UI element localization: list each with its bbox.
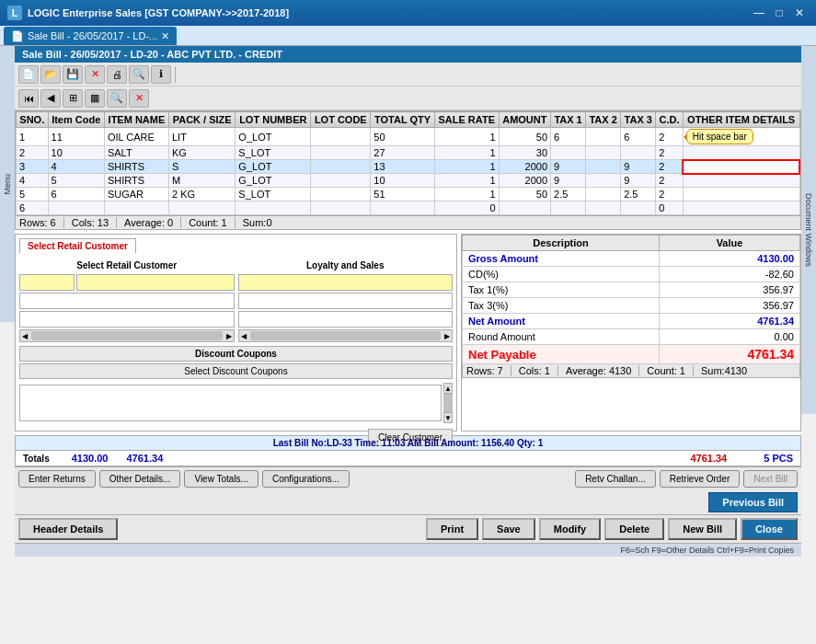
loyalty-input-3[interactable] bbox=[238, 311, 454, 328]
customer-input-3[interactable] bbox=[19, 293, 235, 309]
summary-col-desc: Description bbox=[463, 236, 660, 251]
new-btn[interactable]: 📄 bbox=[18, 65, 39, 84]
select-customer-col: Select Retail Customer ◀ bbox=[19, 260, 235, 342]
retrieve-order-button[interactable]: Retrieve Order bbox=[660, 470, 741, 488]
save-button[interactable]: Save bbox=[482, 518, 535, 540]
net-payable-label: Net Payable bbox=[463, 345, 660, 364]
loyalty-sales-col: Loyalty and Sales ◀ ▶ bbox=[238, 260, 454, 342]
previous-bill-button[interactable]: Previous Bill bbox=[708, 492, 798, 512]
loyalty-scrollbar-h[interactable]: ◀ ▶ bbox=[238, 329, 454, 342]
scroll-down-arrow[interactable]: ▼ bbox=[443, 412, 453, 423]
col-item-name: ITEM NAME bbox=[104, 112, 168, 128]
notes-textarea[interactable] bbox=[19, 385, 442, 421]
retv-challan-button[interactable]: Retv Challan... bbox=[575, 470, 656, 488]
scroll-right-arrow[interactable]: ▶ bbox=[224, 332, 234, 340]
close-button[interactable]: ✕ bbox=[790, 4, 809, 22]
summary-col-val: Value bbox=[660, 236, 800, 251]
customer-input-4[interactable] bbox=[19, 311, 235, 328]
table-cell bbox=[311, 128, 371, 146]
table-cell: 1 bbox=[434, 160, 499, 174]
col-other: OTHER ITEM DETAILS bbox=[683, 112, 799, 128]
table-cell bbox=[586, 160, 621, 174]
other-details-button[interactable]: Other Details... bbox=[99, 470, 181, 488]
table-cell bbox=[586, 201, 621, 215]
col-sno: SNO. bbox=[17, 112, 49, 128]
open-btn[interactable]: 📂 bbox=[40, 65, 61, 84]
summary-desc-cell: Gross Amount bbox=[463, 251, 660, 267]
table-row[interactable]: 34SHIRTSSG_LOT1312000992 bbox=[17, 160, 800, 174]
table-cell bbox=[311, 160, 371, 174]
table-cell bbox=[311, 146, 371, 160]
customer-input-1[interactable] bbox=[19, 274, 75, 291]
table-row[interactable]: 45SHIRTSMG_LOT1012000992 bbox=[17, 174, 800, 188]
delete-button[interactable]: Delete bbox=[604, 518, 664, 540]
nav-delete-red[interactable]: ✕ bbox=[129, 89, 149, 108]
loyalty-input-2[interactable] bbox=[238, 293, 454, 309]
minimize-button[interactable]: — bbox=[750, 4, 768, 22]
close-button-main[interactable]: Close bbox=[741, 518, 798, 540]
customer-scrollbar-h[interactable]: ◀ ▶ bbox=[19, 329, 235, 342]
total-val-1: 4130.00 bbox=[72, 453, 109, 464]
sale-bill-tab[interactable]: 📄 Sale Bill - 26/05/2017 - LD-... ✕ bbox=[4, 27, 177, 45]
header-details-button[interactable]: Header Details bbox=[18, 518, 118, 540]
select-discount-btn[interactable]: Select Discount Coupons bbox=[19, 363, 453, 379]
maximize-button[interactable]: □ bbox=[770, 4, 788, 22]
table-cell: 50 bbox=[499, 188, 550, 201]
table-cell: 2.5 bbox=[551, 188, 586, 201]
print-button[interactable]: Print bbox=[426, 518, 478, 540]
col-lot-code: LOT CODE bbox=[311, 112, 371, 128]
nav-prev[interactable]: ◀ bbox=[40, 89, 61, 108]
delete-btn[interactable]: ✕ bbox=[85, 65, 105, 84]
info-btn[interactable]: ℹ bbox=[151, 65, 171, 84]
scroll-left-arrow-2[interactable]: ◀ bbox=[239, 332, 248, 340]
scroll-left-arrow[interactable]: ◀ bbox=[20, 332, 29, 340]
col-tax1: TAX 1 bbox=[551, 112, 586, 128]
table-cell: 4 bbox=[48, 160, 104, 174]
table-cell: 2 bbox=[656, 174, 684, 188]
zoom-btn[interactable]: 🔍 bbox=[129, 65, 149, 84]
print-btn[interactable]: 🖨 bbox=[107, 65, 127, 84]
summary-status-bar: Rows: 7 Cols: 1 Average: 4130 Count: 1 S… bbox=[462, 364, 800, 378]
scroll-up-arrow[interactable]: ▲ bbox=[443, 383, 453, 394]
next-bill-button[interactable]: Next Bill bbox=[743, 470, 798, 488]
callout-hint: Hit space bar bbox=[686, 129, 753, 144]
table-cell: 5 bbox=[17, 188, 49, 201]
save-btn[interactable]: 💾 bbox=[63, 65, 83, 84]
nav-cols[interactable]: ⊞ bbox=[63, 89, 83, 108]
table-row[interactable]: 600 bbox=[17, 201, 800, 215]
table-cell: 2000 bbox=[499, 174, 550, 188]
table-cell bbox=[551, 201, 586, 215]
nav-filter[interactable]: ▦ bbox=[85, 89, 105, 108]
new-bill-button[interactable]: New Bill bbox=[668, 518, 737, 540]
tab-label: Sale Bill - 26/05/2017 - LD-... bbox=[28, 30, 157, 41]
table-cell bbox=[371, 201, 434, 215]
table-row[interactable]: 210SALTKGS_LOT271302 bbox=[17, 146, 800, 160]
table-cell bbox=[586, 128, 621, 146]
discount-section: Discount Coupons Select Discount Coupons bbox=[19, 346, 453, 379]
col-tax3: TAX 3 bbox=[621, 112, 656, 128]
retail-customer-panel: Select Retail Customer Select Retail Cus… bbox=[15, 234, 457, 431]
configurations-button[interactable]: Configurations... bbox=[262, 470, 350, 488]
view-totals-button[interactable]: View Totals... bbox=[184, 470, 259, 488]
loyalty-input-1[interactable] bbox=[238, 274, 454, 291]
summary-desc-cell: Round Amount bbox=[463, 329, 660, 345]
nav-search[interactable]: 🔍 bbox=[107, 89, 127, 108]
enter-returns-button[interactable]: Enter Returns bbox=[18, 470, 96, 488]
table-row[interactable]: 111OIL CARELITO_LOT50150662Hit space bar bbox=[17, 128, 800, 146]
col-lot: LOT NUMBER bbox=[236, 112, 311, 128]
table-cell bbox=[311, 201, 371, 215]
customer-input-row1 bbox=[19, 274, 235, 291]
tab-close-button[interactable]: ✕ bbox=[161, 30, 169, 42]
scroll-v-track bbox=[443, 394, 453, 412]
scroll-right-arrow-2[interactable]: ▶ bbox=[442, 332, 452, 340]
table-row[interactable]: 56SUGAR2 KGS_LOT511502.52.52 bbox=[17, 188, 800, 201]
nav-first[interactable]: ⏮ bbox=[18, 89, 39, 108]
retail-customer-tab[interactable]: Select Retail Customer bbox=[19, 238, 136, 253]
toolbar-sep-1 bbox=[175, 66, 176, 83]
side-doc-panel: Document Windows bbox=[801, 46, 816, 414]
notes-area-wrapper bbox=[19, 385, 442, 423]
summary-val-cell: -82.60 bbox=[660, 267, 800, 282]
customer-input-2[interactable] bbox=[76, 274, 235, 291]
table-cell: OIL CARE bbox=[104, 128, 168, 146]
modify-button[interactable]: Modify bbox=[539, 518, 601, 540]
